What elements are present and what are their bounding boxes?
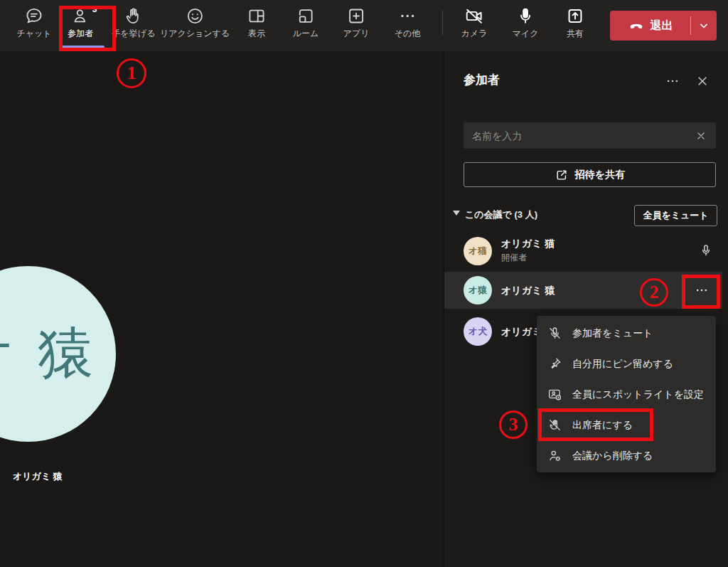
share-invite-icon xyxy=(555,168,569,182)
menu-item-label: 出席者にする xyxy=(572,419,633,432)
apps-icon xyxy=(347,6,366,26)
menu-item-make-attendee[interactable]: 出席者にする xyxy=(537,410,716,440)
spotlight-icon xyxy=(547,387,562,402)
participant-more-icon[interactable] xyxy=(695,283,709,297)
leave-options-button[interactable] xyxy=(691,18,717,33)
share-label: 共有 xyxy=(567,28,584,40)
rooms-button[interactable]: ルーム xyxy=(293,6,319,40)
leave-button[interactable]: 退出 xyxy=(610,11,717,41)
stage-participant-name: オリガミ 猿 xyxy=(13,470,63,483)
teams-meeting-window: チャット 3 参加者 手を挙げる xyxy=(0,0,728,567)
participant-mic-icon[interactable] xyxy=(699,243,713,258)
chat-label: チャット xyxy=(16,28,51,40)
chevron-down-icon xyxy=(697,18,711,33)
menu-item-pin[interactable]: 自分用にピン留めする xyxy=(537,349,716,379)
chat-icon xyxy=(25,6,44,26)
raise-hand-label: 手を挙げる xyxy=(112,28,156,40)
raise-hand-button[interactable]: 手を挙げる xyxy=(112,6,156,40)
reaction-label: リアクションする xyxy=(160,28,230,40)
participants-button[interactable]: 3 参加者 xyxy=(68,6,93,40)
menu-item-label: 会議から削除する xyxy=(572,450,653,462)
menu-item-label: 参加者をミュート xyxy=(572,327,653,340)
panel-close-icon[interactable] xyxy=(695,74,710,88)
reaction-button[interactable]: リアクションする xyxy=(160,6,230,40)
menu-item-mute-participant[interactable]: 参加者をミュート xyxy=(537,318,716,349)
menu-item-spotlight[interactable]: 全員にスポットライトを設定 xyxy=(537,379,716,410)
mute-all-button[interactable]: 全員をミュート xyxy=(634,205,717,226)
camera-button[interactable]: カメラ xyxy=(461,6,488,40)
menu-item-label: 全員にスポットライトを設定 xyxy=(572,388,704,401)
make-attendee-icon xyxy=(547,418,562,433)
view-icon xyxy=(247,6,267,26)
reaction-icon xyxy=(186,6,205,26)
rooms-label: ルーム xyxy=(293,28,319,40)
camera-off-icon xyxy=(465,6,484,26)
mute-all-label: 全員をミュート xyxy=(643,209,708,222)
participants-panel: 参加者 招待 xyxy=(443,51,728,567)
section-label: この会議で (3 人) xyxy=(465,208,537,221)
meeting-toolbar: チャット 3 参加者 手を挙げる xyxy=(0,0,728,51)
menu-item-label: 自分用にピン留めする xyxy=(572,358,673,371)
avatar: オ猫 xyxy=(464,237,492,265)
participant-row-cat[interactable]: オ猫 オリガミ 猫 開催者 xyxy=(444,232,722,270)
hang-up-icon xyxy=(628,17,645,34)
chat-button[interactable]: チャット xyxy=(16,6,51,40)
participant-role: 開催者 xyxy=(501,252,527,264)
active-tab-underline xyxy=(62,46,105,48)
participant-context-menu: 参加者をミュート 自分用にピン留めする 全員にスポットライトを設定 xyxy=(537,316,716,472)
participant-count-badge: 3 xyxy=(92,4,97,14)
view-button[interactable]: 表示 xyxy=(247,6,267,40)
leave-label: 退出 xyxy=(651,18,673,33)
meeting-section-header: この会議で (3 人) 全員をミュート xyxy=(444,200,728,228)
view-label: 表示 xyxy=(248,28,265,40)
menu-item-remove-from-meeting[interactable]: 会議から削除する xyxy=(537,440,716,471)
avatar: オ猿 xyxy=(464,276,492,304)
participant-row-monkey[interactable]: オ猿 オリガミ 猿 xyxy=(444,272,722,309)
panel-more-icon[interactable] xyxy=(665,74,680,88)
share-invite-button[interactable]: 招待を共有 xyxy=(464,162,716,187)
share-button[interactable]: 共有 xyxy=(566,6,585,40)
toolbar-separator xyxy=(442,11,443,35)
more-button[interactable]: その他 xyxy=(395,6,421,40)
search-name-field[interactable] xyxy=(464,122,716,149)
collapse-arrow-icon[interactable] xyxy=(453,211,460,216)
stage-avatar: オ 猿 xyxy=(0,266,116,442)
apps-button[interactable]: アプリ xyxy=(343,6,370,40)
people-icon: 3 xyxy=(71,6,90,26)
raise-hand-icon xyxy=(124,6,144,26)
panel-title: 参加者 xyxy=(464,72,500,88)
remove-person-icon xyxy=(547,448,562,463)
apps-label: アプリ xyxy=(343,28,370,40)
mic-off-icon xyxy=(547,326,562,341)
participant-name: オリガミ 猫 xyxy=(501,238,555,250)
camera-label: カメラ xyxy=(461,28,488,40)
more-icon xyxy=(398,6,417,26)
video-stage: オ 猿 オリガミ 猿 xyxy=(0,51,443,567)
share-screen-icon xyxy=(566,6,585,26)
mic-button[interactable]: マイク xyxy=(513,6,539,40)
rooms-icon xyxy=(296,6,316,26)
mic-label: マイク xyxy=(513,28,539,40)
avatar: オ犬 xyxy=(464,317,492,346)
participant-name: オリガミ 猿 xyxy=(501,285,555,297)
mic-icon xyxy=(516,6,535,26)
participants-label: 参加者 xyxy=(68,28,93,40)
search-clear-icon[interactable] xyxy=(695,129,716,142)
search-input[interactable] xyxy=(464,130,695,142)
more-label: その他 xyxy=(395,28,421,40)
pin-icon xyxy=(547,356,562,371)
share-invite-label: 招待を共有 xyxy=(575,169,625,181)
